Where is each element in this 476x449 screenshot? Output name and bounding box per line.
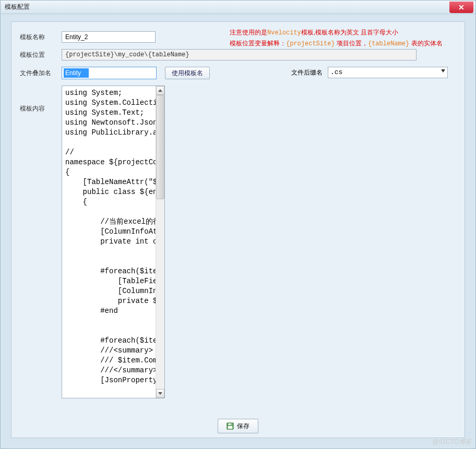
svg-rect-2 — [228, 426, 233, 429]
content-panel: 注意使用的是Nvelocity模板,模板名称为英文 且首字母大小 模板位置变量解… — [11, 21, 465, 438]
use-template-name-button[interactable]: 使用模板名 — [165, 67, 210, 79]
file-append-wrap — [62, 67, 157, 79]
row-file-append: 文件叠加名 使用模板名 文件后缀名 .cs — [20, 67, 456, 79]
template-location-input[interactable] — [62, 49, 416, 60]
label-template-name: 模板名称 — [20, 33, 62, 42]
scroll-down-button[interactable] — [156, 389, 164, 398]
save-button[interactable]: 保存 — [218, 419, 258, 433]
window: 模板配置 ✕ 注意使用的是Nvelocity模板,模板名称为英文 且首字母大小 … — [0, 0, 476, 449]
row-template-content: 模板内容 — [20, 86, 456, 398]
template-content-textarea[interactable] — [62, 86, 165, 398]
svg-rect-3 — [231, 423, 232, 425]
label-file-ext: 文件后缀名 — [291, 68, 323, 77]
label-template-location: 模板位置 — [20, 51, 62, 59]
scrollbar-track[interactable] — [156, 86, 164, 398]
arrow-up-icon — [158, 89, 162, 92]
scrollbar-thumb[interactable] — [156, 95, 164, 199]
row-template-name: 模板名称 — [20, 31, 456, 43]
scroll-up-button[interactable] — [156, 86, 164, 95]
save-row: 保存 — [11, 419, 465, 433]
close-icon: ✕ — [458, 3, 465, 11]
close-button[interactable]: ✕ — [449, 2, 473, 13]
file-append-input[interactable] — [62, 67, 156, 79]
titlebar: 模板配置 ✕ — [1, 1, 475, 14]
save-icon — [227, 422, 234, 430]
arrow-down-icon — [158, 392, 162, 395]
file-ext-value: .cs — [330, 68, 342, 76]
row-template-location: 模板位置 — [20, 49, 456, 60]
code-area-wrap — [62, 86, 165, 398]
watermark: @51CTO博客 — [432, 438, 471, 446]
label-file-append: 文件叠加名 — [20, 69, 62, 78]
window-title: 模板配置 — [5, 3, 30, 11]
label-template-content: 模板内容 — [20, 104, 62, 113]
file-ext-select[interactable]: .cs — [328, 67, 448, 78]
save-label: 保存 — [237, 422, 249, 431]
chevron-down-icon — [441, 69, 445, 72]
template-name-input[interactable] — [62, 31, 156, 43]
